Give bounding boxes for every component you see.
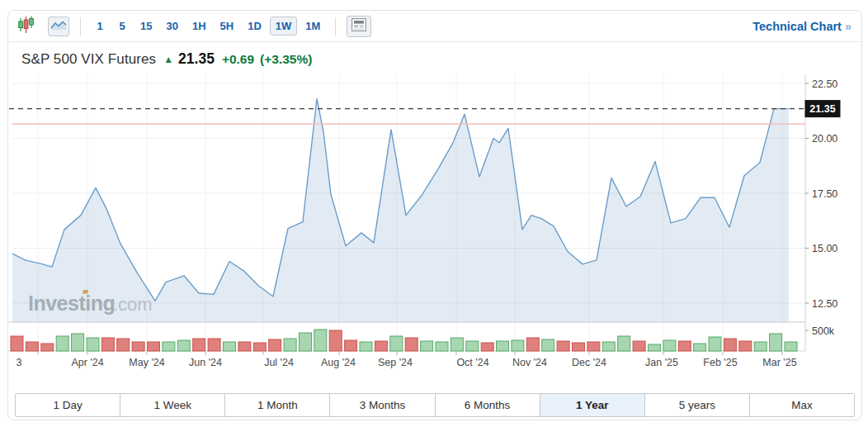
timeframe-button-5-years[interactable]: 5 years [644,394,749,416]
price-volume-chart[interactable]: Investing.com22.5020.0017.5015.0012.5050… [8,74,861,369]
svg-text:Jun '24: Jun '24 [189,357,222,368]
timeframe-button-max[interactable]: Max [749,394,854,416]
svg-text:Jul '24: Jul '24 [264,357,294,368]
svg-text:15.00: 15.00 [812,243,837,254]
chart-canvas[interactable]: Investing.com22.5020.0017.5015.0012.5050… [8,74,861,369]
svg-text:20.00: 20.00 [812,133,837,145]
interval-button-1m[interactable]: 1M [300,17,326,36]
line-chart-icon [50,19,67,33]
up-arrow-icon: ▲ [163,54,173,65]
svg-text:Feb '25: Feb '25 [703,357,737,368]
interval-button-1w[interactable]: 1W [270,17,298,36]
timeframe-button-1-day[interactable]: 1 Day [16,394,120,416]
svg-text:22.50: 22.50 [812,78,837,90]
interval-button-30[interactable]: 30 [160,17,183,36]
toolbar-divider [335,17,336,36]
interval-button-1[interactable]: 1 [90,17,110,36]
interval-button-1d[interactable]: 1D [242,17,267,36]
svg-text:12.50: 12.50 [812,298,837,310]
timeframe-button-6-months[interactable]: 6 Months [435,394,540,416]
price-change: +0.69 [222,52,254,67]
svg-text:Sep '24: Sep '24 [378,357,413,368]
svg-text:Mar '25: Mar '25 [762,357,796,368]
timeframe-button-1-year[interactable]: 1 Year [540,394,644,416]
svg-text:Aug '24: Aug '24 [321,357,356,368]
svg-text:Apr '24: Apr '24 [71,357,103,368]
timeframe-button-1-month[interactable]: 1 Month [224,394,329,416]
last-price: 21.35 [178,50,215,68]
interval-buttons: 1515301H5H1D1W1M [90,17,326,36]
chart-toolbar: 1515301H5H1D1W1M Technical Chart» [8,11,861,42]
svg-text:Dec '24: Dec '24 [572,357,606,368]
technical-chart-link[interactable]: Technical Chart» [752,20,853,33]
interval-button-15[interactable]: 15 [134,17,158,36]
svg-text:May '24: May '24 [129,357,164,368]
svg-text:Jan '25: Jan '25 [645,357,678,368]
line-chart-button[interactable] [48,17,69,36]
candlestick-icon [18,16,34,36]
svg-text:17.50: 17.50 [812,188,837,200]
news-panel-button[interactable] [347,16,371,37]
svg-text:500k: 500k [812,325,835,337]
news-panel-icon [351,18,366,34]
toolbar-divider [80,17,81,36]
instrument-header: S&P 500 VIX Futures ▲ 21.35 +0.69 (+3.35… [8,42,861,73]
timeframe-button-1-week[interactable]: 1 Week [120,394,224,416]
svg-text:21.35: 21.35 [809,103,835,115]
svg-text:Nov '24: Nov '24 [512,357,547,368]
svg-text:3: 3 [17,357,22,368]
timeframe-button-3-months[interactable]: 3 Months [329,394,434,416]
timeframe-bar: 1 Day1 Week1 Month3 Months6 Months1 Year… [15,393,855,417]
candlestick-chart-button[interactable] [17,14,35,38]
svg-text:Oct '24: Oct '24 [456,357,488,368]
price-change-percent: (+3.35%) [260,52,312,67]
interval-button-1h[interactable]: 1H [186,17,212,36]
interval-button-5[interactable]: 5 [112,17,132,36]
interval-button-5h[interactable]: 5H [215,17,240,36]
chart-widget: 1515301H5H1D1W1M Technical Chart» S&P 50… [7,10,862,420]
double-chevron-icon: » [845,20,851,33]
instrument-name: S&P 500 VIX Futures [21,51,156,68]
